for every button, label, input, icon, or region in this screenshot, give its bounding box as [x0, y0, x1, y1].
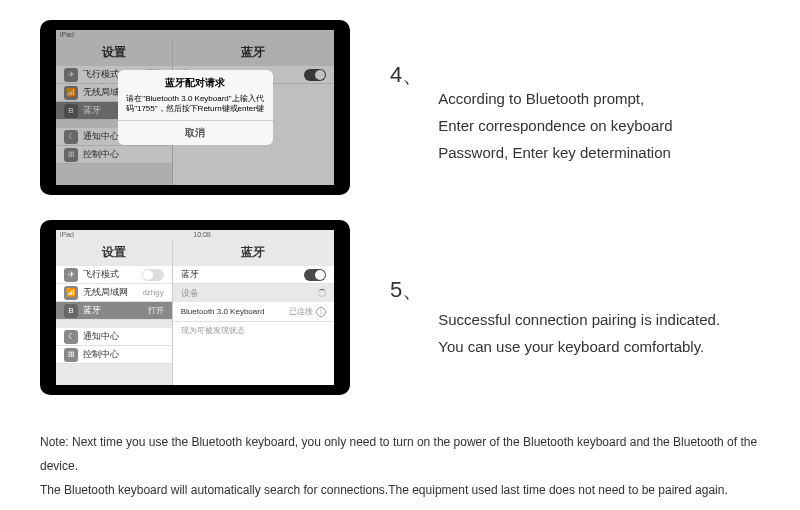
wifi-icon: 📶 — [64, 286, 78, 300]
sidebar-item-control[interactable]: ⊞控制中心 — [56, 346, 172, 364]
bluetooth-label: 蓝牙 — [181, 268, 304, 281]
step-5-line: Successful connection pairing is indicat… — [438, 306, 720, 333]
device-status: 已连接 — [289, 306, 313, 317]
airplane-toggle[interactable] — [142, 269, 164, 281]
step-5-line: You can use your keyboard comfortably. — [438, 333, 720, 360]
step-5-number: 5、 — [390, 220, 424, 305]
bluetooth-toggle[interactable] — [304, 269, 326, 281]
sidebar-item-bluetooth[interactable]: B蓝牙打开 — [56, 302, 172, 320]
sidebar-item-label: 飞行模式 — [83, 268, 142, 281]
airplane-icon: ✈ — [64, 268, 78, 282]
spinner-icon — [318, 289, 326, 297]
wifi-value: dzhgy — [142, 288, 163, 297]
step-5-row: iPad 10:08 设置 蓝牙 ✈飞行模式 📶无线局域网dzhgy B蓝牙打开… — [40, 220, 760, 395]
panes: ✈飞行模式 📶无线局域网dzhgy B蓝牙打开 ☾通知中心 ⊞控制中心 蓝牙 设… — [56, 266, 334, 385]
control-icon: ⊞ — [64, 348, 78, 362]
step-5-text: Successful connection pairing is indicat… — [438, 256, 720, 360]
discoverable-text: 现为可被发现状态 — [173, 322, 334, 339]
device-row[interactable]: Bluetooth 3.0 Keyboard已连接i — [173, 302, 334, 322]
modal-title: 蓝牙配对请求 — [118, 70, 273, 92]
step-4-line: According to Bluetooth prompt, — [438, 85, 672, 112]
sidebar-item-label: 蓝牙 — [83, 304, 148, 317]
note-block: Note: Next time you use the Bluetooth ke… — [40, 420, 760, 510]
step-4-text: According to Bluetooth prompt, Enter cor… — [438, 50, 672, 166]
bell-icon: ☾ — [64, 330, 78, 344]
bluetooth-toggle-row[interactable]: 蓝牙 — [173, 266, 334, 284]
cancel-button[interactable]: 取消 — [118, 120, 273, 145]
status-time: 10:08 — [193, 231, 211, 238]
step-4-line: Enter correspondence on keyboard — [438, 112, 672, 139]
sidebar-item-wifi[interactable]: 📶无线局域网dzhgy — [56, 284, 172, 302]
sidebar-item-notifications[interactable]: ☾通知中心 — [56, 328, 172, 346]
note-line: The Bluetooth keyboard will automaticall… — [40, 478, 760, 502]
modal-overlay: 蓝牙配对请求 请在"Bluetooth 3.0 Keyboard"上输入代码"1… — [56, 30, 334, 185]
pairing-modal: 蓝牙配对请求 请在"Bluetooth 3.0 Keyboard"上输入代码"1… — [118, 70, 273, 146]
info-icon[interactable]: i — [316, 307, 326, 317]
tablet-screen-5: iPad 10:08 设置 蓝牙 ✈飞行模式 📶无线局域网dzhgy B蓝牙打开… — [56, 230, 334, 385]
pane-headers: 设置 蓝牙 — [56, 239, 334, 266]
left-pane-header: 设置 — [56, 239, 173, 266]
status-bar: iPad 10:08 — [56, 230, 334, 239]
sidebar-item-label: 无线局域网 — [83, 286, 142, 299]
tablet-frame-5: iPad 10:08 设置 蓝牙 ✈飞行模式 📶无线局域网dzhgy B蓝牙打开… — [40, 220, 350, 395]
sidebar-item-airplane[interactable]: ✈飞行模式 — [56, 266, 172, 284]
step-4-line: Password, Enter key determination — [438, 139, 672, 166]
note-line: Note: Next time you use the Bluetooth ke… — [40, 430, 760, 478]
left-pane: ✈飞行模式 📶无线局域网dzhgy B蓝牙打开 ☾通知中心 ⊞控制中心 — [56, 266, 173, 385]
sidebar-item-label: 通知中心 — [83, 330, 164, 343]
devices-label: 设备 — [181, 287, 318, 300]
tablet-screen-4: iPad 设置 蓝牙 ✈飞行模式 📶无线局域网 B蓝牙 ☾通知中心 ⊞控制中心 — [56, 30, 334, 185]
device-name: Bluetooth 3.0 Keyboard — [181, 307, 289, 316]
step-4-row: iPad 设置 蓝牙 ✈飞行模式 📶无线局域网 B蓝牙 ☾通知中心 ⊞控制中心 — [40, 20, 760, 195]
sidebar-item-label: 控制中心 — [83, 348, 164, 361]
bluetooth-icon: B — [64, 304, 78, 318]
right-pane: 蓝牙 设备 Bluetooth 3.0 Keyboard已连接i 现为可被发现状… — [173, 266, 334, 385]
step-4-number: 4、 — [390, 20, 424, 90]
modal-body: 请在"Bluetooth 3.0 Keyboard"上输入代码"1755"，然后… — [118, 92, 273, 121]
devices-header: 设备 — [173, 284, 334, 302]
status-left: iPad — [60, 231, 74, 238]
tablet-frame-4: iPad 设置 蓝牙 ✈飞行模式 📶无线局域网 B蓝牙 ☾通知中心 ⊞控制中心 — [40, 20, 350, 195]
page-wrap: iPad 设置 蓝牙 ✈飞行模式 📶无线局域网 B蓝牙 ☾通知中心 ⊞控制中心 — [0, 0, 800, 510]
right-pane-header: 蓝牙 — [173, 239, 334, 266]
bluetooth-value: 打开 — [148, 305, 164, 316]
